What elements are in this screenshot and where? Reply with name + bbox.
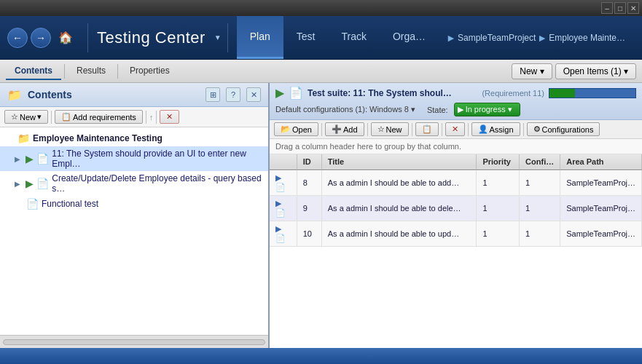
data-table[interactable]: ID Title Priority Confi… Area Path ▶📄 8 … bbox=[270, 154, 642, 348]
right-delete-button[interactable]: ✕ bbox=[445, 122, 465, 136]
left-move-btn[interactable]: ↑ bbox=[149, 113, 154, 122]
drag-hint: Drag a column header here to group by th… bbox=[270, 139, 642, 154]
right-sep-6 bbox=[523, 123, 524, 136]
add-requirements-button[interactable]: 📋 Add requirements bbox=[55, 110, 143, 124]
breadcrumb-sep: ► bbox=[537, 32, 547, 44]
nav-separator-2 bbox=[227, 23, 228, 52]
breadcrumb: ► SampleTeamProject ► Employee Mainte… bbox=[445, 32, 642, 44]
main-content: 📁 Contents ⊞ ? ✕ ☆ New ▾ 📋 Add requireme… bbox=[0, 83, 642, 348]
tree-folder-icon: 📁 bbox=[17, 132, 30, 144]
row-10-id: 10 bbox=[297, 221, 321, 247]
suite-progress-bar bbox=[549, 88, 636, 98]
tab-test[interactable]: Test bbox=[283, 16, 329, 59]
state-play-icon: ▶ bbox=[458, 105, 463, 114]
configurations-button[interactable]: ⚙ Configurations bbox=[527, 122, 600, 136]
add-req-label: Add requirements bbox=[73, 113, 136, 122]
col-header-priority[interactable]: Priority bbox=[477, 154, 520, 170]
left-new-button[interactable]: ☆ New ▾ bbox=[4, 110, 48, 124]
open-label: Open bbox=[292, 125, 312, 134]
app-title-dropdown[interactable]: ▼ bbox=[211, 33, 224, 41]
row-8-config: 1 bbox=[520, 170, 560, 196]
toolbar-sep-2 bbox=[117, 64, 118, 79]
open-items-button[interactable]: Open Items (1) ▾ bbox=[555, 63, 636, 79]
home-button[interactable]: 🏠 bbox=[55, 28, 76, 48]
tab-contents[interactable]: Contents bbox=[6, 63, 61, 80]
close-button[interactable]: ✕ bbox=[627, 2, 639, 14]
left-delete-label: ✕ bbox=[166, 112, 173, 122]
tree-item-functional-label: Functional test bbox=[42, 199, 98, 209]
panel-close-btn[interactable]: ✕ bbox=[246, 87, 261, 102]
assign-button[interactable]: 👤 Assign bbox=[471, 122, 520, 136]
suite-title: Test suite: 11: The System shoul… bbox=[308, 88, 477, 98]
row-10-icon: ▶📄 bbox=[270, 221, 297, 247]
tab-properties[interactable]: Properties bbox=[121, 63, 179, 80]
tab-plan[interactable]: Plan bbox=[237, 16, 283, 59]
tab-results[interactable]: Results bbox=[68, 63, 114, 80]
breadcrumb-project[interactable]: SampleTeamProject bbox=[458, 33, 536, 43]
tab-organize[interactable]: Orga… bbox=[380, 16, 439, 59]
row-9-icon: ▶📄 bbox=[270, 196, 297, 221]
right-sep-1 bbox=[321, 123, 322, 136]
suite-header: ▶ 📄 Test suite: 11: The System shoul… (R… bbox=[270, 83, 642, 120]
row-8-priority: 1 bbox=[477, 170, 520, 196]
panel-header: 📁 Contents ⊞ ? ✕ bbox=[0, 83, 268, 107]
row-10-areapath: SampleTeamProj… bbox=[560, 221, 642, 247]
open-icon: 📂 bbox=[281, 124, 291, 134]
tree-item-suite-crud[interactable]: ▶ ▶ 📄 Create/Update/Delete Employee deta… bbox=[0, 171, 268, 196]
suite-header-row2: Default configurations (1): Windows 8 ▾ … bbox=[275, 103, 636, 116]
minimize-button[interactable]: – bbox=[601, 2, 613, 14]
tree-expand-suite-11: ▶ bbox=[15, 155, 23, 163]
right-new-button[interactable]: ☆ New bbox=[371, 122, 409, 136]
table-row[interactable]: ▶📄 9 As a admin I should be able to dele… bbox=[270, 196, 642, 221]
col-header-areapath[interactable]: Area Path bbox=[560, 154, 642, 170]
col-header-id[interactable] bbox=[270, 154, 297, 170]
table-row[interactable]: ▶📄 10 As a admin I should be able to upd… bbox=[270, 221, 642, 247]
tree-item-suite-11-label: 11: The System should provide an UI to e… bbox=[52, 149, 262, 169]
breadcrumb-page: Employee Mainte… bbox=[549, 33, 625, 43]
col-header-title[interactable]: Title bbox=[321, 154, 477, 170]
col-header-id-val[interactable]: ID bbox=[297, 154, 321, 170]
panel-action-btn-2[interactable]: ? bbox=[226, 87, 240, 102]
left-delete-button[interactable]: ✕ bbox=[160, 110, 179, 124]
right-sep-4 bbox=[442, 123, 442, 136]
test-table: ID Title Priority Confi… Area Path ▶📄 8 … bbox=[270, 154, 642, 247]
scrollbar-track[interactable] bbox=[3, 339, 265, 345]
assign-icon: 👤 bbox=[478, 124, 488, 134]
right-sep-5 bbox=[468, 123, 469, 136]
suite-header-row1: ▶ 📄 Test suite: 11: The System shoul… (R… bbox=[275, 86, 636, 100]
scrollbar-area[interactable] bbox=[0, 335, 268, 348]
row-10-priority: 1 bbox=[477, 221, 520, 247]
row-9-priority: 1 bbox=[477, 196, 520, 221]
add-button[interactable]: ➕ Add bbox=[325, 122, 364, 136]
tree-item-functional[interactable]: 📄 Functional test bbox=[0, 196, 268, 212]
back-button[interactable]: ← bbox=[7, 28, 28, 48]
panel-action-btn-1[interactable]: ⊞ bbox=[205, 87, 220, 102]
row-9-config: 1 bbox=[520, 196, 560, 221]
tree-item-root[interactable]: 📁 Employee Maintenance Testing bbox=[0, 130, 268, 146]
right-copy-button[interactable]: 📋 bbox=[415, 122, 439, 136]
maximize-button[interactable]: □ bbox=[614, 2, 626, 14]
new-button-top[interactable]: New ▾ bbox=[512, 63, 552, 79]
cfg-label: Configurations bbox=[542, 125, 594, 134]
right-new-label: New bbox=[386, 125, 402, 134]
right-panel: ▶ 📄 Test suite: 11: The System shoul… (R… bbox=[270, 83, 642, 348]
tree-suite-icon-crud: ▶ bbox=[26, 178, 34, 189]
state-button[interactable]: ▶ In progress ▾ bbox=[454, 103, 520, 116]
nav-back-fwd: ← → 🏠 bbox=[0, 28, 85, 48]
right-toolbar: 📂 Open ➕ Add ☆ New 📋 ✕ 👤 bbox=[270, 120, 642, 139]
panel-title: Contents bbox=[28, 89, 200, 100]
status-bar bbox=[0, 348, 642, 364]
tree-item-suite-11[interactable]: ▶ ▶ 📄 11: The System should provide an U… bbox=[0, 146, 268, 171]
tree-expand-crud: ▶ bbox=[15, 180, 23, 188]
open-button[interactable]: 📂 Open bbox=[274, 122, 318, 136]
tree-item-crud-label: Create/Update/Delete Employee details - … bbox=[52, 173, 262, 194]
col-header-config[interactable]: Confi… bbox=[520, 154, 560, 170]
table-row[interactable]: ▶📄 8 As a admin I should be able to add…… bbox=[270, 170, 642, 196]
config-label: Default configurations (1): Windows 8 ▾ bbox=[275, 105, 415, 114]
nav-bar: ← → 🏠 Testing Center ▼ Plan Test Track O… bbox=[0, 16, 642, 60]
tab-track[interactable]: Track bbox=[328, 16, 379, 59]
forward-button[interactable]: → bbox=[31, 28, 51, 48]
toolbar-sep-1 bbox=[64, 64, 65, 79]
breadcrumb-arrow: ► bbox=[446, 32, 456, 44]
left-new-icon: ☆ bbox=[11, 112, 18, 122]
